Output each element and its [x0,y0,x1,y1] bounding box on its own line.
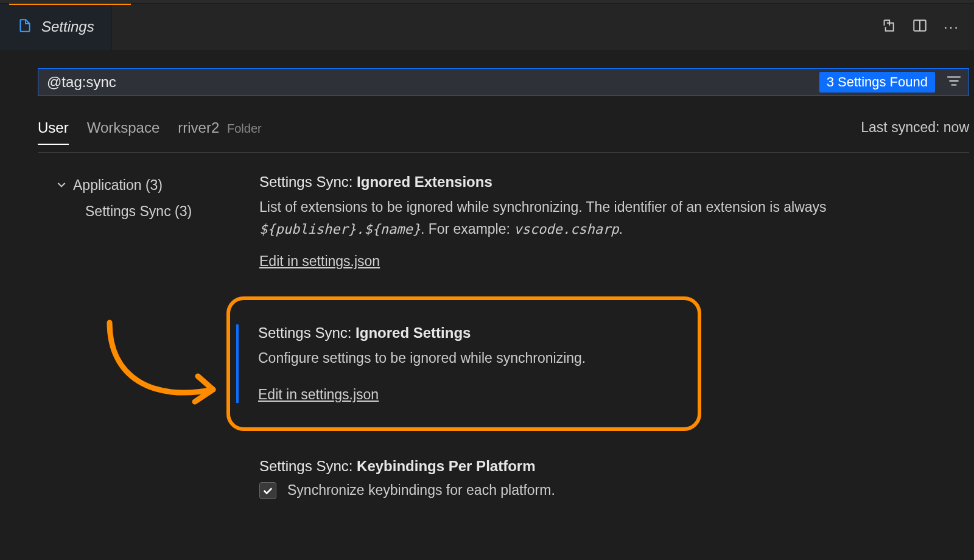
tree-item-settings-sync[interactable]: Settings Sync (3) [56,200,251,223]
chevron-down-icon [56,177,67,194]
keybindings-checkbox[interactable] [259,482,276,499]
setting-ignored-extensions: Settings Sync: Ignored Extensions List o… [251,173,950,270]
scope-user-tab[interactable]: User [38,119,69,145]
edit-in-settings-json-link[interactable]: Edit in settings.json [258,387,379,403]
tree-item-application[interactable]: Application (3) [56,173,251,197]
tab-settings[interactable]: Settings [0,4,112,50]
setting-ignored-settings: Settings Sync: Ignored Settings Configur… [236,324,679,403]
settings-tree: Application (3) Settings Sync (3) [38,173,251,526]
more-actions-icon[interactable]: ··· [944,18,959,35]
open-external-icon[interactable] [880,18,896,36]
filter-icon[interactable] [946,75,962,89]
tab-top-indicator [9,4,131,5]
split-editor-icon[interactable] [912,18,928,36]
file-icon [17,18,33,36]
setting-keybindings-per-platform: Settings Sync: Keybindings Per Platform … [251,458,950,499]
setting-description: List of extensions to be ignored while s… [259,197,950,240]
setting-description: Configure settings to be ignored while s… [258,348,679,369]
checkbox-label: Synchronize keybindings for each platfor… [287,482,555,499]
setting-title: Settings Sync: Ignored Settings [258,324,679,341]
scope-folder-tab[interactable]: rriver2 Folder [178,119,261,144]
scope-workspace-tab[interactable]: Workspace [87,119,160,144]
last-synced-label: Last synced: now [861,119,969,136]
setting-title: Settings Sync: Ignored Extensions [259,173,950,191]
results-count-badge: 3 Settings Found [819,72,935,93]
tab-bar: Settings ··· [0,4,974,50]
scope-tabs: User Workspace rriver2 Folder Last synce… [38,119,969,153]
tab-label: Settings [41,18,94,35]
setting-title: Settings Sync: Keybindings Per Platform [259,458,950,475]
edit-in-settings-json-link[interactable]: Edit in settings.json [259,253,380,270]
highlight-annotation: Settings Sync: Ignored Settings Configur… [226,296,701,431]
